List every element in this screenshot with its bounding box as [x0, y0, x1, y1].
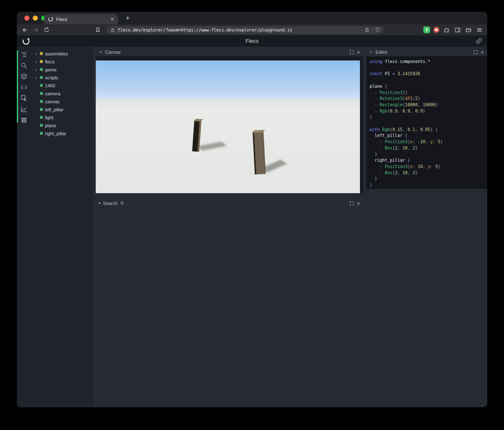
back-icon[interactable]	[21, 26, 29, 34]
entity-tree: ›assemblies›flecs›game›scripts1460camera…	[31, 47, 93, 407]
menu-icon[interactable]	[475, 26, 483, 34]
url-bar[interactable]: flecs.dev/explorer/?wasm=https://www.fle…	[107, 26, 384, 34]
extension-v-icon[interactable]: V	[423, 26, 430, 33]
flecs-logo-icon[interactable]	[22, 37, 30, 45]
tab-title: Flecs	[56, 17, 108, 22]
expand-icon[interactable]	[473, 50, 478, 55]
tree-item-1460[interactable]: 1460	[34, 81, 93, 89]
tree-item-flecs[interactable]: ›flecs	[34, 58, 93, 66]
divider	[372, 27, 373, 32]
rows-icon[interactable]	[21, 117, 27, 123]
permalink-icon[interactable]	[476, 38, 482, 44]
close-icon[interactable]	[357, 202, 360, 205]
workspace: Canvas	[93, 47, 487, 407]
extensions-puzzle-icon[interactable]	[443, 26, 450, 34]
canvas-panel-header: Canvas	[96, 48, 363, 56]
tree-item-assemblies[interactable]: ›assemblies	[34, 50, 93, 58]
new-tab-button[interactable]: +	[123, 13, 133, 24]
tree-item-left_pillar[interactable]: left_pillar	[34, 105, 93, 113]
sky	[96, 60, 360, 99]
side-panel-icon[interactable]	[454, 26, 461, 34]
collapsed-dot-icon[interactable]	[99, 202, 100, 204]
window-controls	[24, 16, 46, 21]
canvas-3d-scene[interactable]	[96, 60, 360, 193]
inspect-icon[interactable]	[21, 95, 27, 102]
shield-icon[interactable]	[375, 27, 380, 32]
extension-red-icon[interactable]	[433, 27, 439, 33]
canvas-panel: Canvas	[96, 48, 363, 193]
cube-icon[interactable]	[21, 73, 27, 80]
tree-outline-icon[interactable]	[21, 51, 27, 58]
expand-icon[interactable]	[349, 201, 354, 206]
search-panel: Search	[96, 199, 363, 207]
magnifier-icon	[120, 201, 124, 205]
chevron-down-icon[interactable]	[99, 50, 102, 54]
ground-plane	[96, 99, 360, 193]
reload-icon[interactable]	[43, 26, 50, 34]
editor-code[interactable]: using flecs.components.* const PI = 3.14…	[366, 56, 487, 189]
canvas-panel-title: Canvas	[105, 50, 121, 55]
tree-item-plane[interactable]: plane	[34, 121, 93, 129]
close-icon[interactable]	[357, 50, 360, 54]
tab-strip: Flecs +	[17, 12, 487, 24]
editor-panel: Editor using flecs.components.* const PI…	[366, 48, 487, 189]
code-icon[interactable]	[21, 84, 27, 91]
search-panel-header: Search	[96, 199, 363, 207]
tree-item-light[interactable]: light	[34, 113, 93, 121]
window-close-button[interactable]	[24, 16, 29, 21]
expand-icon[interactable]	[349, 50, 354, 55]
editor-panel-header: Editor	[366, 48, 487, 56]
editor-panel-title: Editor	[375, 50, 388, 55]
lock-icon	[110, 28, 115, 32]
right-pillar-object	[252, 131, 265, 174]
window-minimize-button[interactable]	[33, 16, 38, 21]
app-header: Flecs	[17, 35, 487, 47]
wallet-icon[interactable]	[465, 26, 472, 34]
chevron-down-icon[interactable]	[369, 50, 373, 54]
browser-tab-flecs[interactable]: Flecs	[44, 14, 118, 24]
tree-item-camera[interactable]: camera	[34, 89, 93, 97]
search-icon[interactable]	[21, 62, 27, 69]
page-title: Flecs	[245, 38, 258, 44]
tree-item-game[interactable]: ›game	[34, 66, 93, 73]
flecs-favicon	[48, 16, 53, 22]
bookmark-icon[interactable]	[94, 26, 102, 34]
tree-item-scripts[interactable]: ›scripts	[34, 73, 93, 81]
tree-item-right_pillar[interactable]: right_pillar	[34, 129, 93, 137]
chart-icon[interactable]	[21, 106, 27, 113]
url-text[interactable]: flecs.dev/explorer/?wasm=https://www.fle…	[118, 27, 362, 32]
tree-item-canvas[interactable]: canvas	[34, 97, 93, 105]
share-icon[interactable]	[365, 27, 370, 32]
browser-window: Flecs + flecs.dev/explorer/?wasm=https:/…	[17, 12, 487, 407]
tab-close-icon[interactable]	[110, 17, 114, 21]
forward-icon[interactable]	[32, 26, 39, 34]
tool-sidebar	[17, 47, 31, 407]
browser-toolbar: flecs.dev/explorer/?wasm=https://www.fle…	[17, 24, 487, 35]
search-panel-title: Search	[103, 201, 118, 206]
close-icon[interactable]	[480, 50, 484, 54]
